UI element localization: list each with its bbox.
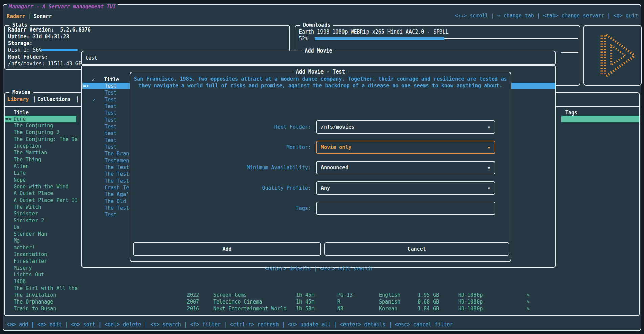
field-label: Monitor: [134,144,311,151]
table-row[interactable]: The Orphanage [5,298,639,305]
movie-rating: R [337,298,340,305]
table-row[interactable]: Train to Busan [5,305,639,312]
field-label: Tags: [134,205,311,212]
bottom-keybindings: <a> add | <e> edit | <o> sort | <del> de… [7,321,453,328]
selected-row-tags-highlight [561,116,639,122]
managarr-screen: Managarr - A Servarr management TUI Rada… [0,0,644,334]
table-row[interactable]: The Invitation [5,292,639,298]
stats-rootfolders-label: Root Folders: [8,54,48,60]
movie-title: Nope [14,176,26,183]
movie-studio: Screen Gems [213,292,247,298]
top-keybindings: <↑↓> scroll | ↔ change tab | <tab> chang… [454,12,638,19]
movie-title: The Conjuring 2 [14,129,59,136]
result-title: Test [105,211,117,218]
movie-title: Firestarter [14,258,47,265]
check-icon: ✓ [93,96,96,103]
add-movie-dialog: Add Movie - Test San Francisco, 1985. Tw… [130,72,511,262]
movie-title: The Conjuring [14,122,53,129]
movie-title: mother! [14,244,35,251]
table-row[interactable]: The Girl with All the [5,285,639,292]
tab-separator: │ [33,96,36,103]
cancel-button[interactable]: Cancel [324,242,509,256]
movie-title: Ma [14,237,20,244]
movie-studio: Telecinco Cinema [213,298,262,305]
app-title: Managarr - A Servarr management TUI [7,3,118,10]
add-movie-search-input[interactable]: test [85,55,97,61]
results-title-header: Title [104,76,119,83]
result-title: Crash Te [105,184,129,191]
result-title: The Bran [105,150,129,157]
movie-description: San Francisco, 1985. Two opposites attra… [130,76,511,89]
movie-title: Train to Busan [14,305,56,312]
dropdown-monitor-[interactable]: Movie only▼ [316,141,495,154]
stats-rootfolder-line: /nfs/movies: 11511.43 GB [8,60,82,67]
movie-year: 2016 [187,305,199,312]
add-movie-search-panel[interactable]: Add Movie test [81,51,556,65]
movie-title: Alien [14,163,29,170]
movie-title: The Girl with All the [14,285,78,292]
result-title: Test [105,144,117,150]
result-title: The Test [105,164,129,171]
movies-title-header: Title [14,109,29,116]
movie-quality: HD-1080p [458,298,483,305]
movie-quality: HD-1080p [458,292,483,298]
movies-tags-header: Tags [565,109,577,116]
field-label: Minimum Availability: [134,164,311,171]
dropdown-quality-profile-[interactable]: Any▼ [316,181,495,195]
field-value: Any [321,185,330,191]
movie-title: The Thing [14,156,41,163]
stats-version: Radarr Version: 5.2.6.8376 [8,26,91,33]
add-button[interactable]: Add [133,242,321,256]
stats-storage-label: Storage: [8,40,32,47]
tab-collections[interactable]: Collections [37,96,71,103]
tab-library[interactable]: Library [7,96,29,103]
description-line: they navigate a world full of risks and … [130,82,511,89]
result-title: Testamen [105,157,129,164]
dialog-title: Add Movie - Test [293,68,348,75]
disk-usage-bar [41,49,78,51]
results-check-header: ✓ [92,76,95,83]
field-label: Root Folder: [134,124,311,130]
result-title: The Test [105,205,129,211]
movie-title: Lights Out [14,271,44,278]
field-label: Quality Profile: [134,185,311,191]
movie-title: Us [14,224,20,231]
selection-arrow: => [5,116,12,122]
result-title: The Old [105,198,126,205]
logo-panel [583,25,642,86]
movie-studio: Next Entertainment World [213,305,287,312]
dropdown-caret-icon: ▼ [488,166,490,171]
movie-title: 1408 [14,278,26,285]
edit-icon[interactable]: ✎ [527,298,530,305]
tags-input[interactable] [316,202,495,215]
stats-uptime: Uptime: 31d 04:31:23 [8,33,69,40]
movie-title: Sinister [14,210,38,217]
field-value: /nfs/movies [321,124,354,130]
edit-icon[interactable]: ✎ [527,292,530,298]
result-title: test [105,130,117,137]
movie-title: A Quiet Place [14,190,53,197]
movie-size: 1.95 GB [418,292,439,298]
movie-title: A Quiet Place Part II [14,197,78,204]
table-row[interactable]: 1408 [5,278,639,285]
movie-runtime: 1h 58m [296,305,314,312]
tab-sonarr[interactable]: Sonarr [34,13,52,20]
result-title: Test [105,83,117,89]
dropdown-caret-icon: ▼ [488,145,490,151]
movie-year: 2007 [187,298,199,305]
tab-radarr[interactable]: Radarr [7,13,25,20]
dropdown-minimum-availability-[interactable]: Announced▼ [316,161,495,174]
result-title: Test [105,123,117,130]
managarr-logo-icon [584,28,641,83]
movie-title: Incantation [14,251,47,258]
add-movie-search-title: Add Movie [302,47,335,54]
result-title: The Test [105,171,129,178]
field-value: Movie only [321,144,351,151]
selection-arrow: => [83,83,89,89]
dropdown-root-folder-[interactable]: /nfs/movies▼ [316,120,495,134]
result-title: Test [105,89,117,96]
tab-separator: │ [28,13,31,20]
edit-icon[interactable]: ✎ [527,305,530,312]
table-row[interactable]: Lights Out [5,271,639,278]
results-footer-hint: <enter> details | <esc> edit search [81,265,556,272]
